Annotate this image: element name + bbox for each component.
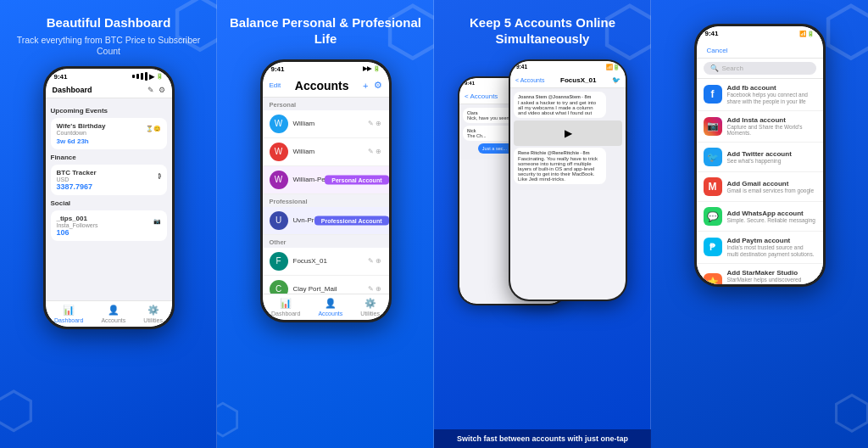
starmaker-emoji: ⭐ bbox=[707, 277, 719, 284]
video-thumbnail[interactable]: ▶ bbox=[514, 120, 622, 146]
dashboard-tab-icon: 📊 bbox=[63, 305, 75, 316]
edit-icon[interactable]: ✎ bbox=[147, 86, 154, 94]
settings-icon[interactable]: ⚙ bbox=[374, 80, 382, 91]
signal-2: ▶▶ 🔋 bbox=[363, 65, 381, 72]
add-whatsapp-row[interactable]: 💬 Add WhatsApp account Simple. Secure. R… bbox=[697, 202, 823, 232]
status-bar-2: 9:41 ▶▶ 🔋 bbox=[263, 62, 389, 75]
paytm-desc: India's most trusted source and multi de… bbox=[727, 244, 816, 258]
twitter-service-icon: 🐦 bbox=[704, 148, 722, 166]
starmaker-icon: ⭐ bbox=[704, 273, 722, 284]
account-icons-clay: ✎ ⊕ bbox=[368, 285, 381, 293]
panel-2-title: Balance Personal & Profesional Life bbox=[225, 15, 426, 48]
tab2-dashboard[interactable]: 📊 Dashboard bbox=[271, 298, 300, 316]
gmail-name: Add Gmail account bbox=[727, 180, 816, 188]
add-paytm-row[interactable]: ₱ Add Paytm account India's most trusted… bbox=[697, 232, 823, 264]
account-clay[interactable]: C Clay Port_Mail ✎ ⊕ bbox=[263, 276, 389, 294]
phone-frame-2: 9:41 ▶▶ 🔋 Edit Accounts + ⚙ Personal bbox=[260, 59, 392, 322]
panel-accounts: ⬡ ⬡ Balance Personal & Profesional Life … bbox=[217, 0, 434, 448]
status-bar-1: 9:41 ▶ 🔋 bbox=[46, 69, 172, 82]
btc-card[interactable]: BTC Tracker USD ₿ 3387.7967 bbox=[51, 165, 167, 195]
birthday-card[interactable]: Wife's Birthday Countdown ⏳😊 3w 6d 23h bbox=[51, 118, 167, 149]
tab-accounts[interactable]: 👤 Accounts bbox=[101, 305, 125, 323]
personal-badge: Personal Account bbox=[325, 175, 388, 184]
btc-sub: USD bbox=[57, 176, 97, 182]
back-nav[interactable]: < Accounts bbox=[465, 92, 498, 100]
account-name-william-1: William bbox=[293, 120, 364, 127]
add-twitter-row[interactable]: 🐦 Add Twitter account See what's happeni… bbox=[697, 143, 823, 172]
tweet-sender-2: Rene Ritchie @ReneRitchie · 8m bbox=[518, 150, 602, 155]
fb-info: Add fb account Facebook helps you connec… bbox=[727, 84, 816, 105]
starmaker-name: Add StarMaker Studio bbox=[727, 269, 816, 277]
tab-bar-2: 📊 Dashboard 👤 Accounts ⚙️ Utilities bbox=[263, 294, 389, 320]
account-name-clay: Clay Port_Mail bbox=[293, 285, 364, 293]
accounts-header-icons: + ⚙ bbox=[363, 80, 381, 91]
birthday-sub: Countdown bbox=[57, 130, 106, 136]
tab2-accounts[interactable]: 👤 Accounts bbox=[318, 298, 342, 316]
panel-multi-accounts: ⬡ Keep 5 Accounts Online Simultaneously … bbox=[434, 0, 651, 448]
panel-1-title: Beautiful Dashboard bbox=[47, 15, 171, 31]
tab-accounts-label: Accounts bbox=[101, 317, 125, 323]
gear-icon[interactable]: ⚙ bbox=[159, 86, 165, 94]
panel-dashboard: ⬡ ⬡ Beautiful Dashboard Track everything… bbox=[0, 0, 217, 448]
paytm-letter: ₱ bbox=[709, 242, 715, 253]
phone-frame-1: 9:41 ▶ 🔋 Dashboard ✎ ⚙ bbox=[43, 66, 175, 329]
edit-button[interactable]: Edit bbox=[270, 81, 281, 89]
avatar-focusx: F bbox=[270, 252, 288, 271]
add-starmaker-row[interactable]: ⭐ Add StarMaker Studio StarMaker helps u… bbox=[697, 264, 823, 284]
tweet-1: Joanna Stem @JoannaStem · 8m I asked a h… bbox=[514, 92, 606, 118]
section-upcoming: Upcoming Events bbox=[51, 107, 167, 115]
tweet-sender-1: Joanna Stem @JoannaStem · 8m bbox=[518, 94, 602, 99]
social-name: _tips_001 bbox=[57, 215, 98, 222]
chat-header-front: < Accounts FocusX_01 🐦 bbox=[510, 73, 626, 88]
cancel-button[interactable]: Cancel bbox=[700, 44, 735, 57]
fb-icon: f bbox=[704, 85, 722, 104]
account-william-1[interactable]: W William ✎ ⊕ bbox=[263, 110, 389, 138]
phone-stack: 9:41 🔋 < Accounts Clay 🔵 Clara Nick, hav… bbox=[458, 59, 627, 322]
gmail-desc: Gmail is email services from google bbox=[727, 188, 816, 194]
account-william-2[interactable]: W William ✎ ⊕ bbox=[263, 138, 389, 166]
tab-dashboard[interactable]: 📊 Dashboard bbox=[54, 305, 83, 323]
add-fb-row[interactable]: f Add fb account Facebook helps you conn… bbox=[697, 79, 823, 111]
signal-indicators: ▶ 🔋 bbox=[132, 72, 164, 81]
add-icon[interactable]: + bbox=[363, 81, 368, 91]
panel-add-account: ⬡ ⬡ 9:41 📶🔋 Cancel 🔍 Search bbox=[651, 0, 868, 448]
tab-utilities[interactable]: ⚙️ Utilities bbox=[143, 305, 163, 323]
search-bar[interactable]: 🔍 Search bbox=[704, 62, 816, 75]
paytm-name: Add Paytm account bbox=[727, 237, 816, 244]
social-card[interactable]: _tips_001 Insta_Followers 📷 106 bbox=[51, 210, 167, 241]
avatar-uvn: U bbox=[270, 211, 288, 230]
fb-letter: f bbox=[711, 88, 715, 100]
front-nav[interactable]: < Accounts bbox=[515, 77, 544, 83]
section-finance: Finance bbox=[51, 154, 167, 161]
phone-front-frame: 9:41 📶🔋 < Accounts FocusX_01 🐦 Joanna St… bbox=[509, 59, 627, 301]
search-placeholder: Search bbox=[722, 64, 743, 72]
whatsapp-emoji: 💬 bbox=[707, 211, 719, 222]
insta-emoji: 📷 bbox=[707, 120, 719, 132]
chat-content-front: Joanna Stem @JoannaStem · 8m I asked a h… bbox=[510, 88, 626, 190]
professional-badge: Professional Account bbox=[314, 216, 389, 225]
btc-value: 3387.7967 bbox=[57, 182, 161, 191]
social-sub: Insta_Followers bbox=[57, 222, 98, 228]
account-uvn[interactable]: U Uvn-Professional Professional Account bbox=[263, 207, 389, 235]
search-icon: 🔍 bbox=[710, 64, 719, 72]
birthday-icon: ⏳😊 bbox=[146, 126, 161, 132]
dashboard-header: Dashboard ✎ ⚙ bbox=[46, 82, 172, 98]
account-william-personal[interactable]: W William-Personal Personal Account bbox=[263, 166, 389, 194]
avatar-william-2: W bbox=[270, 143, 288, 161]
add-gmail-row[interactable]: M Add Gmail account Gmail is email servi… bbox=[697, 172, 823, 202]
tab2-utilities[interactable]: ⚙️ Utilities bbox=[360, 298, 380, 316]
back-time: 9:41 bbox=[465, 81, 475, 86]
avatar-william-1: W bbox=[270, 115, 288, 133]
paytm-info: Add Paytm account India's most trusted s… bbox=[727, 237, 816, 258]
add-insta-row[interactable]: 📷 Add Insta account Capture and Share th… bbox=[697, 111, 823, 143]
dashboard-content: Upcoming Events Wife's Birthday Countdow… bbox=[46, 98, 172, 300]
social-icon: 📷 bbox=[153, 218, 161, 225]
section-personal-label: Personal bbox=[263, 98, 389, 110]
accounts-header: Edit Accounts + ⚙ bbox=[263, 75, 389, 98]
account-name-william-2: William bbox=[293, 148, 364, 155]
fb-desc: Facebook helps you connect and share wit… bbox=[727, 92, 816, 105]
account-name-focusx: FocusX_01 bbox=[293, 257, 364, 265]
account-focusx[interactable]: F FocusX_01 ✎ ⊕ bbox=[263, 248, 389, 276]
twitter-info: Add Twitter account See what's happening bbox=[727, 150, 816, 165]
bottom-caption-bar: Switch fast between accounts with just o… bbox=[434, 429, 651, 448]
